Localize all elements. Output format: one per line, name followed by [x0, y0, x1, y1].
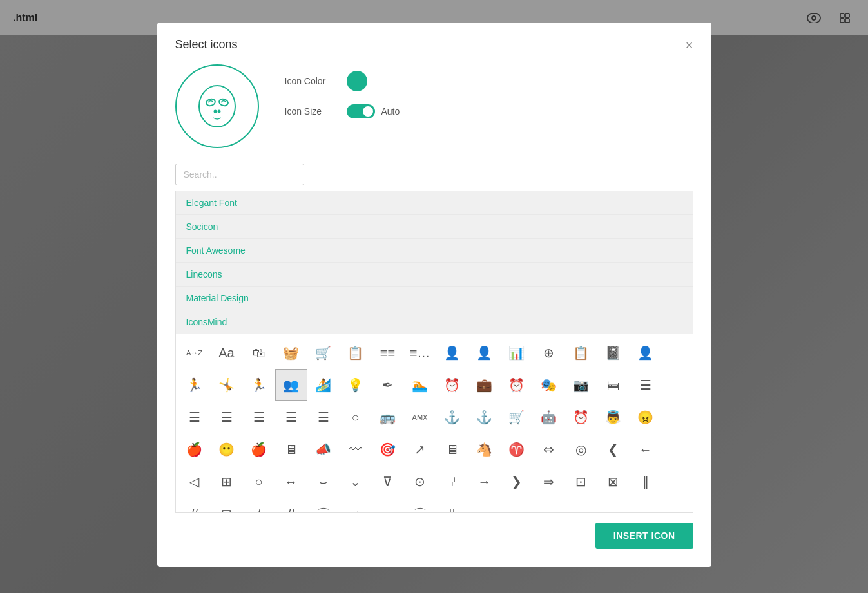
icon-cell[interactable]: 🍎 [243, 433, 275, 466]
icon-cell[interactable]: 📣 [307, 433, 340, 466]
svg-point-6 [199, 86, 235, 127]
icon-cell[interactable]: 📓 [597, 337, 630, 369]
icon-cell[interactable]: ⊙ [404, 466, 436, 498]
icon-cell[interactable]: ❮ [597, 433, 630, 466]
icon-cell[interactable]: ⇒ [340, 498, 372, 513]
icon-cell[interactable]: 📋 [340, 337, 372, 369]
icon-cell[interactable]: 😶 [211, 433, 243, 466]
icon-cell[interactable]: 🛒 [501, 401, 533, 433]
icon-cell[interactable]: ⌣ [307, 466, 340, 498]
category-material-design[interactable]: Material Design [176, 287, 693, 310]
icon-cell[interactable]: 📊 [501, 337, 533, 369]
icon-cell[interactable]: ⌄ [340, 466, 372, 498]
icon-cell[interactable]: ← [630, 433, 662, 466]
icon-cell[interactable]: ⏰ [436, 369, 468, 401]
icon-cell[interactable]: AMX [404, 401, 436, 433]
icon-cell[interactable]: 🛍 [243, 337, 275, 369]
icon-cell[interactable]: ○ [243, 466, 275, 498]
icon-cell[interactable]: 🐴 [468, 433, 501, 466]
icon-cell[interactable]: 〰 [340, 433, 372, 466]
icon-cell[interactable]: ☰ [178, 401, 211, 433]
icon-cell[interactable]: 🖥 [275, 433, 307, 466]
category-elegant-font[interactable]: Elegant Font [176, 191, 693, 215]
icon-cell[interactable]: ⌒ [307, 498, 340, 513]
icon-cell[interactable]: 🎭 [533, 369, 565, 401]
icon-cell[interactable]: 🛒 [307, 337, 340, 369]
icon-cell[interactable]: . [372, 498, 404, 513]
icon-cell[interactable]: A↔Z [178, 337, 211, 369]
icon-cell[interactable]: 🚌 [372, 401, 404, 433]
icon-color-picker[interactable] [347, 71, 367, 91]
icon-cell[interactable]: ☰ [275, 401, 307, 433]
icon-cell[interactable]: ↔ [275, 466, 307, 498]
icon-cell[interactable]: ⑂ [436, 466, 468, 498]
icon-cell[interactable]: // [275, 498, 307, 513]
icon-cell[interactable]: 👥 [275, 369, 307, 401]
icon-cell[interactable]: 👤 [630, 337, 662, 369]
icon-cell[interactable]: ⊕ [533, 337, 565, 369]
icon-cell[interactable]: ⊡ [565, 466, 597, 498]
category-linecons[interactable]: Linecons [176, 263, 693, 287]
icon-cell[interactable]: ☰ [243, 401, 275, 433]
icon-cell[interactable]: / [243, 498, 275, 513]
icon-cell[interactable]: Aa [211, 337, 243, 369]
icon-cell[interactable]: ⊽ [372, 466, 404, 498]
icon-cell[interactable]: 🖥 [436, 433, 468, 466]
icon-cell[interactable]: ↗ [404, 433, 436, 466]
icon-cell[interactable]: ⊠ [597, 466, 630, 498]
icon-cell[interactable]: 💡 [340, 369, 372, 401]
icon-cell[interactable]: ◎ [565, 433, 597, 466]
modal-header: Select icons × [175, 38, 693, 52]
icon-cell[interactable]: ⌐ [468, 498, 501, 513]
category-socicon[interactable]: Socicon [176, 215, 693, 239]
category-font-awesome[interactable]: Font Awesome [176, 239, 693, 263]
icon-cell[interactable]: 🏄 [307, 369, 340, 401]
icon-cell[interactable]: ≡≡ [372, 337, 404, 369]
icon-cell[interactable]: ⏰ [565, 401, 597, 433]
icon-cell[interactable]: || [436, 498, 468, 513]
icon-cell[interactable]: 👤 [468, 337, 501, 369]
icon-cell[interactable]: 💼 [468, 369, 501, 401]
icon-size-toggle[interactable] [347, 104, 375, 118]
icon-cell[interactable]: 🤖 [533, 401, 565, 433]
icon-cell[interactable]: ⚓ [468, 401, 501, 433]
icon-cell[interactable]: ⏰ [501, 369, 533, 401]
icon-cell[interactable]: 🏃 [178, 369, 211, 401]
icon-cell[interactable]: 😠 [630, 401, 662, 433]
icon-cell[interactable]: ≡… [404, 337, 436, 369]
icon-cell[interactable]: 🍎 [178, 433, 211, 466]
icon-cell[interactable]: 👼 [597, 401, 630, 433]
icon-cell[interactable]: 📋 [565, 337, 597, 369]
icon-cell[interactable]: ♈ [501, 433, 533, 466]
icon-cell[interactable]: ○ [340, 401, 372, 433]
icon-cell[interactable]: 👤 [436, 337, 468, 369]
icon-cell[interactable]: → [468, 466, 501, 498]
icon-cell[interactable]: ☰ [211, 401, 243, 433]
icon-cell[interactable]: ☰ [307, 401, 340, 433]
icon-cell[interactable]: ✒ [372, 369, 404, 401]
icon-cell[interactable]: 📷 [565, 369, 597, 401]
icon-cell[interactable]: 🏃 [243, 369, 275, 401]
category-iconsmind[interactable]: IconsMind [176, 310, 693, 334]
icon-cell[interactable]: ⌒ [404, 498, 436, 513]
icon-cell[interactable]: ⇔ [533, 433, 565, 466]
icon-cell[interactable]: // [178, 498, 211, 513]
icon-cell[interactable]: 🤸 [211, 369, 243, 401]
insert-icon-button[interactable]: INSERT ICON [595, 523, 693, 549]
icon-cell[interactable]: ‖ [630, 466, 662, 498]
icon-cell[interactable]: 🎯 [372, 433, 404, 466]
icon-cell[interactable]: 🛏 [597, 369, 630, 401]
icon-cell[interactable]: ⊡ [211, 498, 243, 513]
icon-cell[interactable]: 🧺 [275, 337, 307, 369]
icon-cell[interactable]: ⊞ [211, 466, 243, 498]
icon-cell[interactable]: ⚓ [436, 401, 468, 433]
icon-library[interactable]: Elegant Font Socicon Font Awesome Lineco… [175, 191, 693, 513]
icon-cell[interactable]: ❯ [501, 466, 533, 498]
icon-color-label: Icon Color [285, 76, 336, 86]
search-input[interactable] [175, 164, 304, 185]
modal-close-button[interactable]: × [686, 39, 693, 52]
icon-cell[interactable]: ☰ [630, 369, 662, 401]
icon-cell[interactable]: 🏊 [404, 369, 436, 401]
icon-cell[interactable]: ◁ [178, 466, 211, 498]
icon-cell[interactable]: ⇒ [533, 466, 565, 498]
